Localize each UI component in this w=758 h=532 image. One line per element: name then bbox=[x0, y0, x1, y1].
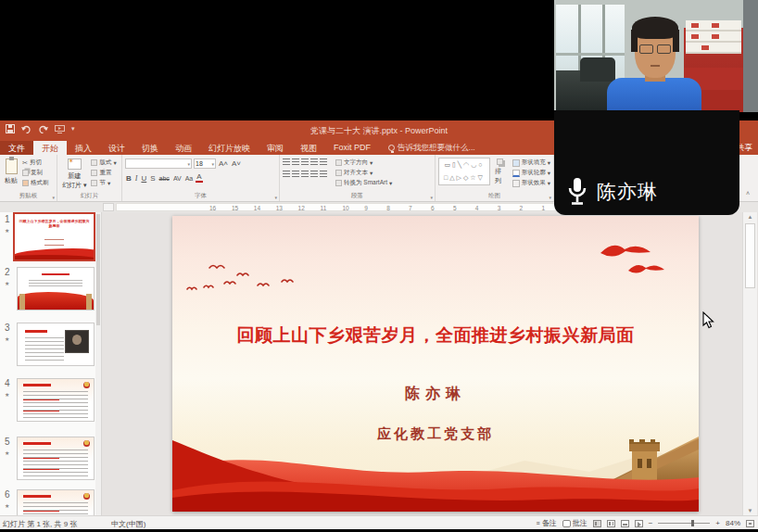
zoom-out-button[interactable]: − bbox=[649, 519, 653, 527]
align-left-icon[interactable] bbox=[283, 171, 290, 177]
ruler-tick: 10 bbox=[342, 205, 348, 211]
tab-审阅[interactable]: 审阅 bbox=[259, 141, 292, 155]
tell-me-box[interactable]: 告诉我您想要做什么... bbox=[388, 141, 475, 155]
slide-presenter[interactable]: 陈亦琳 bbox=[172, 385, 699, 404]
paste-button[interactable]: 粘贴 bbox=[3, 158, 19, 191]
shrink-font-button[interactable]: A˅ bbox=[231, 159, 242, 168]
normal-view-button[interactable] bbox=[593, 520, 601, 527]
slide-thumbnail-2[interactable] bbox=[17, 267, 95, 310]
collapse-ribbon-icon[interactable]: ˄ bbox=[746, 190, 750, 196]
tab-Foxit PDF[interactable]: Foxit PDF bbox=[325, 141, 379, 155]
scroll-up-icon[interactable]: ▲ bbox=[743, 214, 757, 220]
slide-number: 2 bbox=[5, 267, 10, 277]
text-shadow-button[interactable]: S bbox=[149, 174, 156, 183]
slide-thumbnail-4[interactable] bbox=[17, 378, 95, 422]
italic-button[interactable]: I bbox=[134, 174, 139, 183]
tab-动画[interactable]: 动画 bbox=[167, 141, 200, 155]
indent-increase-icon[interactable] bbox=[310, 158, 318, 165]
webcam-video[interactable] bbox=[554, 0, 758, 112]
format-painter-button[interactable]: 格式刷 bbox=[22, 179, 49, 187]
align-right-icon[interactable] bbox=[301, 171, 309, 177]
reading-view-button[interactable] bbox=[621, 520, 629, 527]
new-slide-button[interactable]: 新建 幻灯片 ▾ bbox=[60, 158, 88, 191]
microphone-icon bbox=[566, 177, 588, 210]
font-name-combo[interactable]: ▾ bbox=[125, 158, 192, 169]
slide-thumbnail-3[interactable] bbox=[17, 323, 95, 366]
person-body bbox=[607, 78, 701, 112]
clipboard-dialog-launcher[interactable]: ▾ bbox=[52, 195, 55, 200]
group-drawing: ▭▯╲◠◡○ □△▷◇☆▽ 排列 形状填充 ▾ 形状轮廓 ▾ 形状效果 ▾ 绘图… bbox=[436, 155, 554, 201]
tab-幻灯片放映[interactable]: 幻灯片放映 bbox=[200, 141, 259, 155]
ruler-tick: 12 bbox=[298, 205, 305, 211]
slide-title[interactable]: 回顾上山下乡艰苦岁月，全面推进乡村振兴新局面 bbox=[172, 323, 699, 348]
slide-number: 4 bbox=[5, 378, 10, 388]
bold-button[interactable]: B bbox=[125, 174, 133, 183]
ruler-tick: 11 bbox=[321, 205, 327, 211]
text-direction-button[interactable]: 文字方向 ▾ bbox=[335, 158, 392, 167]
bullets-icon[interactable] bbox=[283, 158, 290, 165]
zoom-in-button[interactable]: + bbox=[715, 519, 720, 527]
shape-outline-button[interactable]: 形状轮廓 ▾ bbox=[512, 169, 550, 177]
zoom-slider[interactable] bbox=[658, 523, 710, 524]
tab-设计[interactable]: 设计 bbox=[100, 141, 133, 155]
slide-thumbnail-5[interactable] bbox=[17, 437, 95, 480]
underline-button[interactable]: U bbox=[140, 174, 147, 183]
tab-切换[interactable]: 切换 bbox=[133, 141, 167, 155]
strikethrough-button[interactable]: abc bbox=[158, 175, 171, 182]
scrollbar-thumb[interactable] bbox=[745, 223, 755, 288]
justify-icon[interactable] bbox=[310, 171, 318, 177]
layout-button[interactable]: 版式 ▾ bbox=[91, 158, 116, 167]
arrange-button[interactable]: 排列 bbox=[493, 158, 508, 191]
smartart-button[interactable]: 转换为 SmartArt ▾ bbox=[335, 179, 392, 187]
slideshow-view-button[interactable] bbox=[635, 520, 643, 527]
comments-button[interactable]: 批注 bbox=[562, 518, 587, 528]
slide-thumbnail-1[interactable]: 回顾上山下乡艰苦岁月，全面推进乡村振兴新局面 bbox=[13, 212, 95, 261]
slide-sorter-view-button[interactable] bbox=[607, 520, 615, 527]
animation-star-icon: ★ bbox=[5, 502, 9, 509]
participant-panel[interactable]: 陈亦琳 bbox=[554, 110, 739, 215]
section-button[interactable]: 节 ▾ bbox=[91, 179, 116, 187]
shape-effects-button[interactable]: 形状效果 ▾ bbox=[512, 179, 550, 187]
scroll-down-icon[interactable]: ▼ bbox=[743, 508, 757, 513]
shape-fill-button[interactable]: 形状填充 ▾ bbox=[512, 158, 550, 167]
white-boxes bbox=[686, 20, 741, 54]
zoom-level[interactable]: 84% bbox=[726, 519, 740, 527]
vertical-scrollbar[interactable]: ▲ ▼ bbox=[742, 212, 757, 515]
fit-to-window-icon[interactable] bbox=[746, 520, 754, 527]
font-size-combo[interactable]: 18▾ bbox=[194, 158, 216, 169]
change-case-button[interactable]: Aa bbox=[184, 175, 195, 182]
notes-button[interactable]: ≡备注 bbox=[537, 518, 557, 528]
tab-文件[interactable]: 文件 bbox=[0, 141, 33, 155]
font-color-button[interactable]: A bbox=[196, 173, 202, 183]
ruler-tick: 9 bbox=[364, 205, 368, 211]
cut-button[interactable]: ✂剪切 bbox=[22, 158, 49, 167]
numbering-icon[interactable] bbox=[292, 158, 299, 165]
tab-插入[interactable]: 插入 bbox=[67, 141, 100, 155]
zoom-slider-thumb[interactable] bbox=[691, 520, 694, 526]
group-label-clipboard: 剪贴板 bbox=[0, 192, 57, 200]
font-dialog-launcher[interactable]: ▾ bbox=[274, 195, 277, 200]
align-text-button[interactable]: 对齐文本 ▾ bbox=[335, 169, 392, 177]
ruler-tick: 14 bbox=[254, 205, 260, 211]
comment-icon bbox=[562, 520, 571, 527]
drawing-dialog-launcher[interactable]: ▾ bbox=[549, 195, 551, 200]
align-center-icon[interactable] bbox=[292, 171, 299, 177]
animation-star-icon: ★ bbox=[5, 391, 9, 398]
slide-thumbnail-6[interactable] bbox=[17, 489, 95, 515]
slide-position: 幻灯片 第 1 张, 共 9 张 bbox=[3, 519, 77, 529]
shapes-gallery[interactable]: ▭▯╲◠◡○ □△▷◇☆▽ bbox=[438, 158, 490, 185]
grow-font-button[interactable]: A˄ bbox=[218, 159, 229, 168]
tab-开始[interactable]: 开始 bbox=[33, 141, 67, 155]
line-spacing-icon[interactable] bbox=[320, 158, 327, 165]
indent-decrease-icon[interactable] bbox=[301, 158, 309, 165]
language-indicator[interactable]: 中文(中国) bbox=[111, 519, 145, 529]
character-spacing-button[interactable]: AV bbox=[172, 175, 183, 182]
copy-button[interactable]: 复制 bbox=[22, 169, 49, 177]
reset-button[interactable]: 重置 bbox=[91, 169, 116, 177]
slide-canvas[interactable]: 回顾上山下乡艰苦岁月，全面推进乡村振兴新局面 陈亦琳 应化教工党支部 bbox=[172, 216, 699, 512]
ruler-tick: 8 bbox=[386, 205, 390, 211]
group-label-drawing: 绘图 bbox=[436, 192, 553, 200]
columns-icon[interactable] bbox=[320, 171, 327, 177]
tab-视图[interactable]: 视图 bbox=[292, 141, 325, 155]
paragraph-dialog-launcher[interactable]: ▾ bbox=[430, 195, 433, 200]
